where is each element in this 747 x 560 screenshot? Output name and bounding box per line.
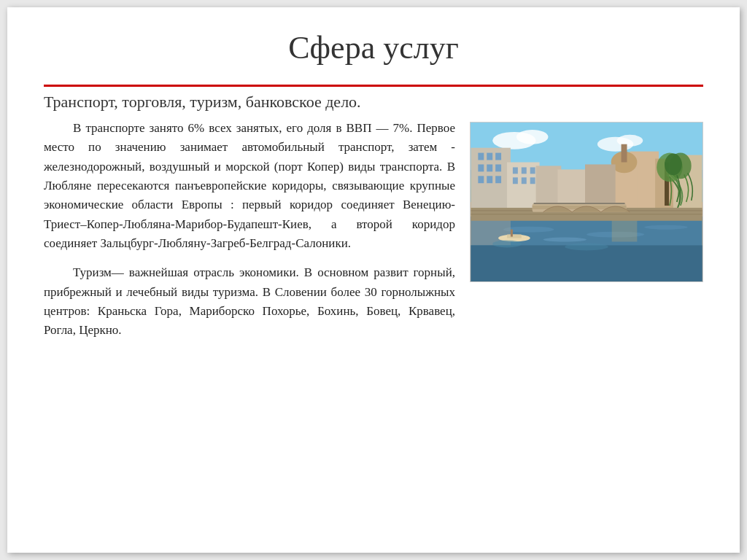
svg-rect-49 — [507, 235, 522, 238]
svg-point-2 — [516, 130, 549, 144]
svg-rect-25 — [513, 177, 518, 184]
svg-rect-20 — [495, 176, 501, 183]
svg-rect-15 — [478, 164, 484, 171]
svg-rect-16 — [487, 164, 492, 171]
svg-rect-50 — [511, 230, 513, 237]
svg-point-4 — [617, 135, 643, 147]
svg-rect-51 — [471, 245, 702, 281]
svg-rect-18 — [478, 176, 484, 183]
paragraph-1: В транспорте занято 6% всех занятых, его… — [44, 119, 455, 253]
svg-rect-26 — [522, 177, 527, 184]
svg-rect-27 — [530, 177, 535, 184]
page-title: Сфера услуг — [44, 29, 703, 66]
svg-rect-22 — [513, 167, 518, 174]
subtitle-text: Транспорт, торговля, туризм, банковское … — [44, 93, 703, 112]
city-image — [470, 122, 703, 282]
svg-point-38 — [543, 238, 587, 242]
city-svg — [471, 122, 703, 281]
svg-rect-19 — [487, 176, 492, 183]
svg-rect-23 — [522, 167, 527, 174]
text-column: В транспорте занято 6% всех занятых, его… — [44, 119, 455, 351]
image-container — [470, 122, 703, 351]
svg-rect-24 — [530, 167, 535, 174]
svg-rect-14 — [495, 153, 501, 160]
svg-rect-10 — [622, 144, 627, 163]
svg-point-53 — [565, 243, 608, 250]
paragraph-2: Туризм— важнейшая отрасль экономики. В о… — [44, 263, 455, 340]
svg-rect-12 — [478, 153, 484, 160]
svg-point-34 — [665, 154, 682, 176]
svg-point-39 — [644, 225, 687, 230]
content-area: В транспорте занято 6% всех занятых, его… — [44, 119, 703, 351]
svg-rect-13 — [487, 153, 492, 160]
slide: Сфера услуг Транспорт, торговля, туризм,… — [7, 7, 740, 553]
svg-rect-17 — [495, 164, 501, 171]
svg-point-52 — [492, 241, 522, 248]
red-divider — [44, 85, 703, 87]
